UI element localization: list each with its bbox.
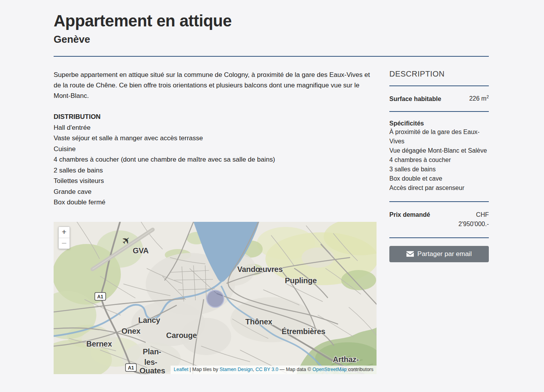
map-town-label: Étrembières — [282, 327, 325, 336]
list-item: 3 salles de bains — [389, 165, 489, 174]
list-item: Toilettes visiteurs — [54, 176, 377, 186]
page-subtitle: Genève — [54, 33, 489, 45]
map-town-label: Lancy — [138, 316, 160, 324]
zoom-in-button[interactable]: + — [59, 227, 70, 238]
share-email-button[interactable]: Partager par email — [389, 246, 489, 262]
list-item: 4 chambres à coucher — [389, 155, 489, 165]
leaflet-link[interactable]: Leaflet — [174, 367, 188, 372]
map-town-label: Plan- — [143, 347, 161, 356]
sidebar-divider — [389, 237, 489, 238]
share-email-label: Partager par email — [417, 250, 472, 258]
leaflet-map[interactable]: ✈ GVAVandœuvresPuplingeThônexÉtrembières… — [54, 222, 377, 374]
list-item: Vaste séjour et salle à manger avec accè… — [54, 133, 377, 144]
list-item: Vue dégagée Mont-Blanc et Salève — [389, 146, 489, 155]
header-divider — [54, 56, 489, 57]
list-item: Cuisine — [54, 144, 377, 155]
surface-label: Surface habitable — [389, 96, 441, 103]
road-badge-a1: A1 — [95, 293, 106, 300]
price-label: Prix demandé — [389, 211, 430, 218]
listing-page: Appartement en attique Genève Superbe ap… — [0, 0, 544, 392]
map-canvas: ✈ GVAVandœuvresPuplingeThônexÉtrembières… — [54, 222, 377, 374]
map-town-label: Arthaz- — [333, 355, 359, 364]
price-amount: 2'950'000.- — [459, 220, 489, 229]
road-badge-a1: A1 — [126, 364, 136, 371]
list-item: Accès direct par ascenseur — [389, 183, 489, 193]
map-town-label: Ouates — [139, 366, 165, 374]
svg-text:A1: A1 — [97, 294, 103, 299]
map-town-label: Carouge — [166, 331, 197, 340]
map-zoom-control: + − — [58, 226, 70, 249]
cc-link[interactable]: CC BY 3.0 — [255, 367, 278, 372]
property-marker[interactable] — [207, 290, 224, 307]
sidebar-heading: DESCRIPTION — [389, 70, 489, 78]
specs-block: Spécificités À proximité de la gare des … — [389, 112, 489, 201]
list-item: 4 chambres à coucher (dont une chambre d… — [54, 154, 377, 165]
map-town-label: Onex — [122, 327, 141, 335]
intro-paragraph: Superbe appartement en attique situé sur… — [54, 70, 377, 101]
distribution-list: Hall d'entréeVaste séjour et salle à man… — [54, 122, 377, 208]
list-item: 2 salles de bains — [54, 165, 377, 176]
attribution-text: | Map tiles by — [188, 367, 220, 372]
stamen-link[interactable]: Stamen Design — [220, 367, 253, 372]
list-item: À proximité de la gare des Eaux-Vives — [389, 127, 489, 146]
surface-value: 226 m2 — [469, 94, 489, 102]
distribution-block: DISTRIBUTION Hall d'entréeVaste séjour e… — [54, 112, 377, 208]
list-item: Grande cave — [54, 186, 377, 197]
list-item: Hall d'entrée — [54, 122, 377, 133]
price-currency: CHF — [459, 210, 489, 220]
svg-text:A1: A1 — [128, 365, 134, 370]
main-column: Superbe appartement en attique situé sur… — [54, 70, 377, 374]
list-item: Box double fermé — [54, 197, 377, 208]
map-town-label: Puplinge — [285, 276, 317, 285]
map-town-label: Thônex — [245, 317, 272, 326]
distribution-heading: DISTRIBUTION — [54, 112, 377, 122]
surface-row: Surface habitable 226 m2 — [389, 86, 489, 111]
map-town-label: Bernex — [86, 340, 112, 348]
zoom-out-button[interactable]: − — [59, 238, 70, 249]
specs-list: À proximité de la gare des Eaux-VivesVue… — [389, 127, 489, 193]
map-town-label: les- — [144, 358, 157, 366]
osm-link[interactable]: OpenStreetMap — [312, 367, 347, 372]
specs-heading: Spécificités — [389, 120, 489, 127]
price-row: Prix demandé CHF 2'950'000.- — [389, 202, 489, 237]
map-attribution: Leaflet | Map tiles by Stamen Design, CC… — [171, 366, 377, 374]
page-title: Appartement en attique — [54, 12, 489, 30]
price-value: CHF 2'950'000.- — [459, 210, 489, 229]
envelope-icon — [406, 251, 414, 257]
map-town-label: GVA — [133, 246, 149, 255]
list-item: Box double et cave — [389, 174, 489, 183]
map-town-label: Vandœuvres — [237, 265, 282, 274]
description-sidebar: DESCRIPTION Surface habitable 226 m2 Spé… — [389, 70, 489, 262]
listing-header: Appartement en attique Genève — [54, 0, 489, 57]
